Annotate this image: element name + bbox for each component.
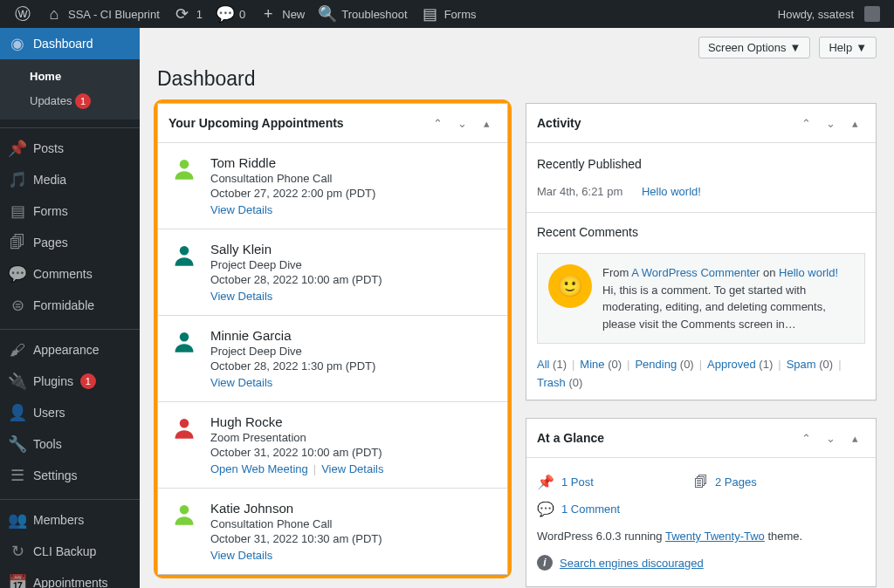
- pages-icon: 🗐: [9, 234, 26, 251]
- appointment-link[interactable]: View Details: [210, 290, 272, 303]
- new-content[interactable]: +New: [252, 0, 312, 28]
- chevron-down-icon: ▼: [790, 41, 801, 54]
- svg-point-4: [180, 505, 189, 515]
- sidebar-sub-home[interactable]: Home: [0, 65, 140, 88]
- appointment-link[interactable]: View Details: [210, 203, 272, 216]
- widget-toggle-button[interactable]: ▴: [844, 427, 865, 448]
- widget-toggle-button[interactable]: ▴: [476, 113, 497, 133]
- sidebar-item-pages[interactable]: 🗐Pages: [0, 227, 140, 258]
- appearance-label: Appearance: [33, 343, 100, 357]
- widget-down-button[interactable]: ⌄: [451, 113, 472, 133]
- appointment-type: Consultation Phone Call: [210, 517, 382, 530]
- forms[interactable]: ▤Forms: [415, 0, 484, 28]
- appointment-link[interactable]: Open Web Meeting: [210, 462, 308, 475]
- widget-up-button[interactable]: ⌃: [795, 427, 816, 448]
- sidebar-item-plugins[interactable]: 🔌Plugins 1: [0, 366, 140, 397]
- widget-down-button[interactable]: ⌄: [820, 427, 841, 448]
- appointment-name: Sally Klein: [210, 242, 382, 256]
- filter-spam[interactable]: Spam: [787, 358, 816, 371]
- site-name-label: SSA - CI Blueprint: [68, 8, 160, 21]
- upcoming-appointments-widget: Your Upcoming Appointments ⌃ ⌄ ▴ Tom Rid…: [157, 103, 508, 575]
- sidebar-dashboard-label: Dashboard: [33, 37, 93, 51]
- svg-point-1: [180, 246, 189, 256]
- sidebar-item-forms[interactable]: ▤Forms: [0, 195, 140, 227]
- comments-count: 0: [239, 8, 245, 21]
- sidebar-item-comments[interactable]: 💬Comments: [0, 258, 140, 290]
- comments-bubble[interactable]: 💬0: [210, 0, 252, 28]
- appointment-link[interactable]: View Details: [321, 462, 383, 475]
- sidebar-item-tools[interactable]: 🔧Tools: [0, 428, 140, 460]
- help-button[interactable]: Help ▼: [819, 37, 877, 58]
- on-label: on: [763, 266, 775, 279]
- on-post-link[interactable]: Hello world!: [779, 266, 838, 279]
- sidebar-item-appearance[interactable]: 🖌Appearance: [0, 334, 140, 366]
- screen-options-button[interactable]: Screen Options ▼: [698, 37, 810, 58]
- sidebar-item-settings[interactable]: ☰Settings: [0, 460, 140, 491]
- pages-icon: 🗐: [694, 475, 708, 490]
- appointment-item: Hugh Rocke Zoom Presentation October 31,…: [158, 402, 507, 489]
- appointment-time: October 31, 2022 10:30 am (PDT): [210, 532, 382, 545]
- forms-icon: ▤: [9, 202, 26, 220]
- comments-count-link[interactable]: 1 Comment: [561, 503, 620, 516]
- seo-link[interactable]: Search engines discouraged: [560, 557, 704, 570]
- filter-all[interactable]: All: [537, 358, 549, 371]
- troubleshoot-label: Troubleshoot: [341, 8, 407, 21]
- plugin-icon: 🔌: [9, 373, 26, 390]
- filter-mine[interactable]: Mine: [580, 358, 604, 371]
- my-account[interactable]: Howdy, ssatest: [771, 0, 887, 28]
- filter-approved[interactable]: Approved: [707, 358, 756, 371]
- new-label: New: [282, 8, 305, 21]
- appointment-links: Open Web Meeting | View Details: [210, 462, 383, 475]
- site-name[interactable]: ⌂SSA - CI Blueprint: [38, 0, 167, 28]
- sidebar-sub-updates[interactable]: Updates 1: [0, 88, 140, 114]
- widget-up-button[interactable]: ⌃: [795, 113, 816, 133]
- theme-link[interactable]: Twenty Twenty-Two: [665, 530, 765, 543]
- upcoming-appointments-highlight: Your Upcoming Appointments ⌃ ⌄ ▴ Tom Rid…: [154, 99, 512, 578]
- refresh-icon: ⟳: [174, 5, 191, 23]
- wp-logo[interactable]: ⓦ: [7, 0, 38, 28]
- plugins-badge: 1: [80, 373, 96, 389]
- tools-label: Tools: [33, 437, 62, 451]
- widget-down-button[interactable]: ⌄: [820, 113, 841, 133]
- appointment-link[interactable]: View Details: [210, 549, 272, 562]
- sidebar-item-users[interactable]: 👤Users: [0, 397, 140, 428]
- filter-pending[interactable]: Pending: [635, 358, 677, 371]
- pin-icon: 📌: [537, 474, 554, 490]
- calendar-icon: 📅: [9, 574, 26, 588]
- sidebar-submenu: Home Updates 1: [0, 59, 140, 120]
- activity-title: Activity: [537, 116, 581, 130]
- commenter-link[interactable]: A WordPress Commenter: [631, 266, 760, 279]
- refresh-count: 1: [196, 8, 203, 21]
- sidebar-item-formidable[interactable]: ⊜Formidable: [0, 290, 140, 321]
- filter-trash[interactable]: Trash: [537, 376, 566, 389]
- appointment-type: Project Deep Dive: [210, 258, 382, 271]
- settings-label: Settings: [33, 468, 78, 482]
- appointment-link[interactable]: View Details: [210, 376, 272, 389]
- appointment-time: October 31, 2022 10:00 am (PDT): [210, 446, 383, 459]
- sidebar-item-appointments[interactable]: 📅Appointments: [0, 567, 140, 588]
- svg-point-3: [180, 419, 189, 428]
- sidebar-item-members[interactable]: 👥Members: [0, 504, 140, 536]
- appointment-name: Minnie Garcia: [210, 328, 375, 343]
- troubleshoot[interactable]: 🔍Troubleshoot: [312, 0, 414, 28]
- sidebar-item-media[interactable]: 🎵Media: [0, 164, 140, 195]
- media-label: Media: [33, 173, 66, 187]
- pin-icon: 📌: [9, 140, 26, 157]
- updates-label: Updates: [30, 94, 72, 107]
- appointment-time: October 28, 2022 1:30 pm (PDT): [210, 359, 375, 373]
- refresh[interactable]: ⟳1: [167, 0, 210, 28]
- widget-up-button[interactable]: ⌃: [427, 113, 448, 133]
- formidable-label: Formidable: [33, 298, 94, 312]
- sidebar-item-posts[interactable]: 📌Posts: [0, 133, 140, 164]
- publish-link[interactable]: Hello world!: [642, 185, 701, 198]
- svg-point-0: [180, 160, 189, 169]
- members-icon: 👥: [9, 511, 26, 529]
- sidebar-item-dashboard[interactable]: ◉Dashboard: [0, 28, 140, 59]
- sidebar-item-cli-backup[interactable]: ↻CLI Backup: [0, 536, 140, 567]
- appointment-item: Minnie Garcia Project Deep Dive October …: [158, 316, 507, 402]
- widget-toggle-button[interactable]: ▴: [844, 113, 865, 133]
- pages-label: Pages: [33, 236, 68, 250]
- appointment-time: October 28, 2022 10:00 am (PDT): [210, 273, 382, 286]
- posts-count-link[interactable]: 1 Post: [561, 475, 594, 489]
- pages-count-link[interactable]: 2 Pages: [715, 475, 757, 489]
